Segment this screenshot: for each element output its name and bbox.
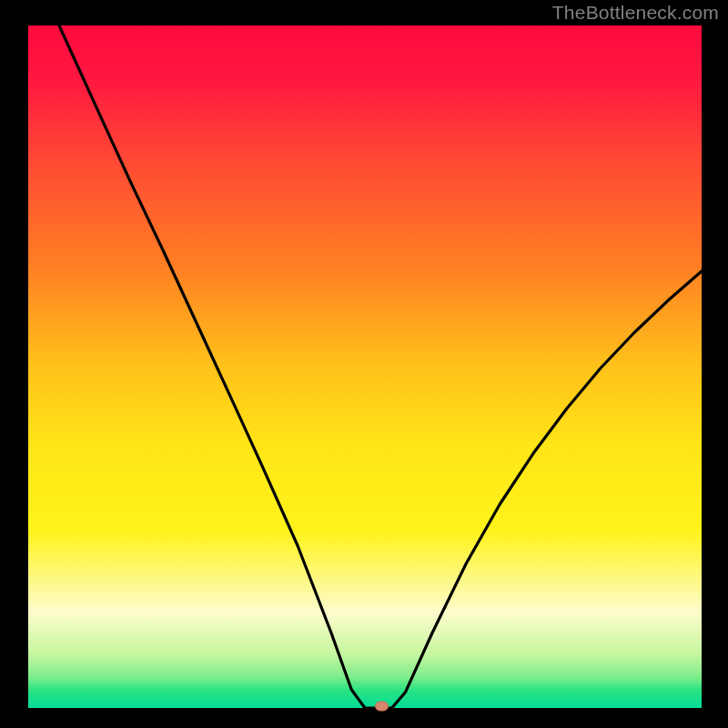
chart-svg	[0, 0, 728, 728]
optimal-point-marker	[376, 702, 389, 711]
chart-container: { "watermark": "TheBottleneck.com", "col…	[0, 0, 728, 728]
watermark-text: TheBottleneck.com	[552, 2, 719, 24]
